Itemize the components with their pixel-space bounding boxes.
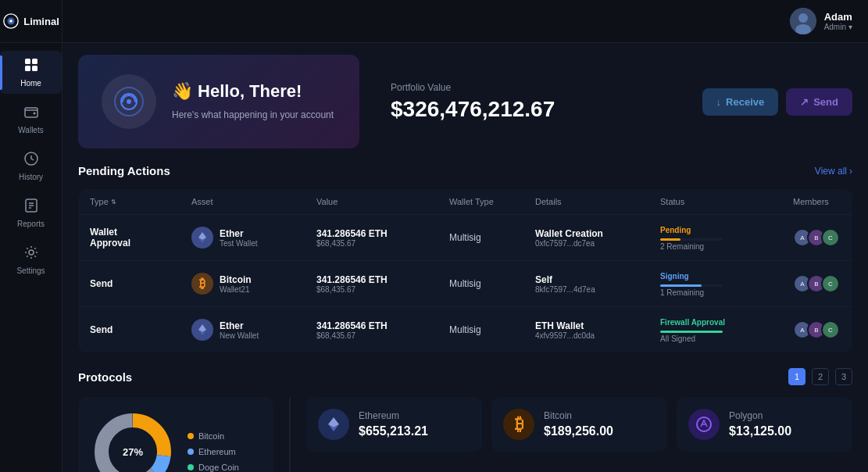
svg-rect-5 xyxy=(25,66,30,71)
hero-section: 👋 Hello, There! Here's what happening in… xyxy=(78,55,852,148)
portfolio-value: $326,476,212.67 xyxy=(391,97,671,122)
row2-wallet-type: Multisig xyxy=(449,278,535,289)
eth-icon xyxy=(191,319,213,341)
user-info[interactable]: Adam Admin ▾ xyxy=(790,8,852,34)
row2-status: Signing 1 Remaining xyxy=(660,270,793,297)
table-header: Type ⇅ Asset Value Wallet Type Details S… xyxy=(78,189,852,215)
donut-chart: 27% xyxy=(90,409,176,472)
user-role: Admin ▾ xyxy=(824,23,852,31)
row3-wallet-type: Multisig xyxy=(449,324,535,335)
sidebar-item-home[interactable]: Home xyxy=(0,51,62,94)
bitcoin-dot xyxy=(188,433,194,439)
table-row: Send Ether New Wallet 341.286546 ETH $68… xyxy=(78,307,852,352)
poly-protocol-info: Polygon $13,125.00 xyxy=(729,410,791,438)
chevron-down-icon: ▾ xyxy=(848,23,852,31)
svg-point-14 xyxy=(29,250,34,255)
col-type: Type ⇅ xyxy=(90,197,191,206)
pagination: 1 2 3 xyxy=(788,368,852,385)
row2-value: 341.286546 ETH $68,435.67 xyxy=(316,274,449,294)
row3-type: Send xyxy=(90,324,191,335)
main-content: Adam Admin ▾ xyxy=(63,0,868,472)
protocol-cards: Ethereum $655,213.21 ₿ Bitcoin $189,256.… xyxy=(306,397,852,452)
sidebar-item-reports[interactable]: Reports xyxy=(0,191,62,234)
receive-button[interactable]: ↓ Receive xyxy=(702,88,779,116)
svg-rect-7 xyxy=(25,108,38,117)
sidebar-item-history-label: History xyxy=(19,173,43,181)
send-button[interactable]: ↗ Send xyxy=(786,88,852,116)
table-row: Wallet Approval Ether Test Wallet 341.28… xyxy=(78,215,852,261)
reports-icon xyxy=(23,198,39,217)
row3-progress-bar xyxy=(660,331,723,333)
eth-protocol-icon xyxy=(318,409,349,440)
portfolio-label: Portfolio Value xyxy=(391,82,671,93)
view-all-link[interactable]: View all › xyxy=(815,166,852,177)
row1-asset: Ether Test Wallet xyxy=(191,227,316,249)
legend-ethereum: Ethereum xyxy=(188,447,239,456)
poly-protocol-icon xyxy=(688,409,720,440)
row3-asset: Ether New Wallet xyxy=(191,319,316,341)
row1-details: Wallet Creation 0xfc7597...dc7ea xyxy=(535,228,660,248)
send-icon: ↗ xyxy=(800,96,809,108)
content-area: 👋 Hello, There! Here's what happening in… xyxy=(63,43,868,472)
btc-icon: ₿ xyxy=(191,273,213,295)
svg-point-16 xyxy=(798,13,808,23)
greeting: 👋 Hello, There! xyxy=(172,81,334,102)
member-avatar: C xyxy=(821,320,840,339)
divider xyxy=(289,397,291,472)
ethereum-dot xyxy=(188,449,194,455)
col-members: Members xyxy=(793,197,852,206)
brand-logo xyxy=(102,74,156,129)
row1-value: 341.286546 ETH $68,435.67 xyxy=(316,228,449,248)
user-name-block: Adam Admin ▾ xyxy=(824,11,852,31)
home-icon xyxy=(23,57,39,77)
user-name: Adam xyxy=(824,11,852,23)
legend-dogecoin: Doge Coin xyxy=(188,463,239,472)
sidebar-item-settings-label: Settings xyxy=(16,266,45,275)
protocol-card-btc: ₿ Bitcoin $189,256.00 xyxy=(491,397,667,452)
eth-protocol-info: Ethereum $655,213.21 xyxy=(359,410,428,438)
sidebar-item-history[interactable]: History xyxy=(0,145,62,188)
row2-type: Send xyxy=(90,278,191,289)
page-1-button[interactable]: 1 xyxy=(788,368,805,385)
row3-status: Firewall Approval All Signed xyxy=(660,316,793,343)
page-2-button[interactable]: 2 xyxy=(812,368,829,385)
row3-value: 341.286546 ETH $68,435.67 xyxy=(316,320,449,340)
btc-protocol-info: Bitcoin $189,256.00 xyxy=(544,410,613,438)
action-buttons: ↓ Receive ↗ Send xyxy=(702,55,852,148)
protocol-card-eth: Ethereum $655,213.21 xyxy=(306,397,482,452)
wallets-icon xyxy=(23,104,39,123)
dogecoin-dot xyxy=(188,464,194,470)
donut-card: 27% Bitcoin Ethereum xyxy=(78,397,273,472)
donut-center-label: 27% xyxy=(123,445,143,459)
row1-members: A B C xyxy=(793,228,852,247)
pending-actions-title: Pending Actions xyxy=(78,164,170,177)
sidebar-item-reports-label: Reports xyxy=(17,220,45,228)
protocol-card-poly: Polygon $13,125.00 xyxy=(677,397,852,452)
row2-members: A B C xyxy=(793,274,852,293)
row3-members: A B C xyxy=(793,320,852,339)
row1-status: Pending 2 Remaining xyxy=(660,224,793,251)
hero-subtitle: Here's what happening in your account xyxy=(172,108,334,122)
donut-svg xyxy=(90,409,176,472)
protocols-row: 27% Bitcoin Ethereum xyxy=(78,397,852,472)
settings-icon xyxy=(23,245,39,264)
col-asset: Asset xyxy=(191,197,316,206)
donut-legend: Bitcoin Ethereum Doge Coin xyxy=(188,409,239,472)
sidebar-item-home-label: Home xyxy=(20,79,41,88)
btc-protocol-icon: ₿ xyxy=(503,409,534,440)
protocols-header: Protocols 1 2 3 xyxy=(78,368,852,385)
logo-text: Liminal xyxy=(23,16,59,27)
receive-icon: ↓ xyxy=(716,96,722,108)
eth-icon xyxy=(191,227,213,249)
svg-point-20 xyxy=(127,99,131,104)
sidebar-item-wallets[interactable]: Wallets xyxy=(0,98,62,141)
svg-rect-6 xyxy=(32,66,38,71)
sidebar: Liminal Home Wallet xyxy=(0,0,63,472)
row1-wallet-type: Multisig xyxy=(449,232,535,243)
sidebar-item-settings[interactable]: Settings xyxy=(0,238,62,281)
col-details: Details xyxy=(535,197,660,206)
svg-rect-4 xyxy=(32,59,38,64)
page-3-button[interactable]: 3 xyxy=(835,368,852,385)
table-row: Send ₿ Bitcoin Wallet21 341.286546 ETH $… xyxy=(78,261,852,307)
col-status: Status xyxy=(660,197,793,206)
